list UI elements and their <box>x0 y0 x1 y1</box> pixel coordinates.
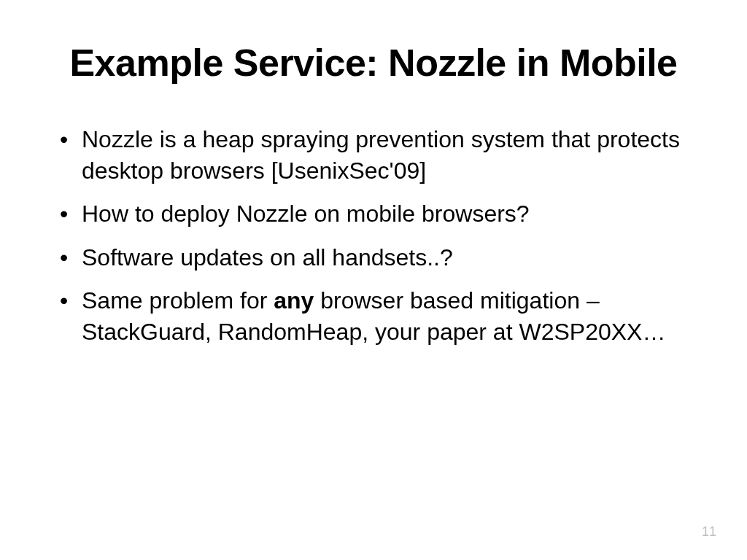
bullet-text-bold: any <box>274 287 314 314</box>
bullet-text: Nozzle is a heap spraying prevention sys… <box>82 126 680 184</box>
bullet-item: How to deploy Nozzle on mobile browsers? <box>51 198 696 230</box>
bullet-item: Software updates on all handsets..? <box>51 242 696 273</box>
bullet-text-prefix: Same problem for <box>82 287 274 314</box>
slide-title: Example Service: Nozzle in Mobile <box>51 41 696 85</box>
bullet-list: Nozzle is a heap spraying prevention sys… <box>51 124 696 348</box>
bullet-item: Same problem for any browser based mitig… <box>51 285 696 348</box>
bullet-text: How to deploy Nozzle on mobile browsers? <box>82 201 530 227</box>
slide-container: Example Service: Nozzle in Mobile Nozzle… <box>0 0 747 560</box>
bullet-item: Nozzle is a heap spraying prevention sys… <box>51 124 696 187</box>
bullet-text: Software updates on all handsets..? <box>82 244 453 271</box>
page-number: 11 <box>702 524 716 540</box>
